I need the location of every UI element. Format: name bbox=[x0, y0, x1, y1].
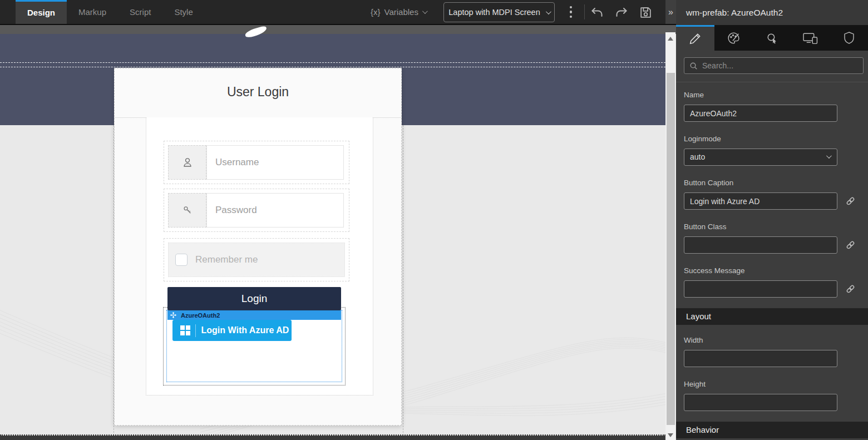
prefab-selection-bar[interactable]: AzureOAuth2 bbox=[167, 310, 341, 320]
tab-markup[interactable]: Markup bbox=[67, 0, 118, 24]
variables-label: Variables bbox=[384, 7, 418, 17]
button-caption-label: Button Caption bbox=[684, 179, 860, 187]
link-icon[interactable] bbox=[846, 284, 855, 294]
canvas-top-strip bbox=[0, 25, 676, 34]
tab-devices[interactable] bbox=[791, 25, 830, 51]
prefab-selection-label: AzureOAuth2 bbox=[181, 312, 220, 319]
button-caption-field[interactable] bbox=[684, 192, 837, 210]
login-button[interactable]: Login bbox=[167, 287, 341, 310]
link-icon[interactable] bbox=[846, 196, 855, 206]
property-search[interactable] bbox=[684, 57, 864, 74]
height-label: Height bbox=[684, 380, 860, 388]
loginmode-select[interactable]: auto bbox=[684, 149, 837, 166]
remember-me-group: Remember me bbox=[164, 238, 349, 281]
username-input[interactable] bbox=[206, 145, 344, 180]
scroll-up-icon[interactable] bbox=[668, 37, 673, 41]
tab-security[interactable] bbox=[830, 25, 868, 51]
loginmode-label: Loginmode bbox=[684, 135, 860, 143]
remember-me-checkbox[interactable] bbox=[175, 254, 188, 266]
behavior-section-header[interactable]: Behavior bbox=[676, 422, 868, 438]
remember-me-box: Remember me bbox=[168, 243, 345, 277]
selection-outline-top bbox=[0, 62, 665, 63]
layout-section-header[interactable]: Layout bbox=[676, 308, 868, 325]
button-divider bbox=[195, 324, 196, 337]
user-icon bbox=[168, 145, 206, 180]
scroll-down-icon[interactable] bbox=[668, 433, 673, 437]
tab-style[interactable]: Style bbox=[162, 0, 204, 24]
variables-menu[interactable]: {x} Variables bbox=[371, 0, 426, 24]
height-field[interactable] bbox=[684, 394, 837, 411]
design-canvas: User Login Remember me bbox=[0, 25, 676, 440]
palette-icon bbox=[727, 31, 741, 45]
properties-panel: wm-prefab: AzureOAuth2 Name Loginmode au… bbox=[676, 0, 868, 440]
login-form-panel[interactable]: Remember me Login AzureOAuth2 Login With… bbox=[146, 117, 373, 395]
top-toolbar: Design Markup Script Style {x} Variables… bbox=[0, 0, 676, 25]
search-input[interactable] bbox=[702, 61, 858, 70]
redo-icon[interactable] bbox=[613, 4, 630, 20]
remember-me-label: Remember me bbox=[195, 254, 258, 265]
loginmode-value: auto bbox=[690, 152, 705, 161]
device-selector-label: Laptop with MDPI Screen bbox=[448, 8, 540, 17]
name-field[interactable] bbox=[684, 105, 837, 122]
tab-script[interactable]: Script bbox=[118, 0, 162, 24]
azure-login-button[interactable]: Login With Azure AD bbox=[172, 320, 292, 341]
panel-body: Name Loginmode auto Button Caption Butto… bbox=[676, 57, 868, 438]
success-message-field[interactable] bbox=[684, 280, 837, 298]
key-icon bbox=[168, 193, 206, 228]
undo-icon[interactable] bbox=[589, 4, 605, 20]
chevron-down-icon bbox=[546, 9, 551, 14]
collapse-panel-icon[interactable]: » bbox=[665, 0, 676, 24]
azure-button-label: Login With Azure AD bbox=[201, 325, 289, 335]
tab-styles[interactable] bbox=[714, 25, 753, 51]
page-title: User Login bbox=[115, 68, 401, 100]
name-label: Name bbox=[684, 91, 860, 99]
variables-brace-icon: {x} bbox=[371, 7, 381, 17]
windows-icon bbox=[180, 325, 190, 335]
toolbar-divider bbox=[584, 4, 585, 19]
layout-guide-right bbox=[403, 125, 403, 436]
username-form-group[interactable] bbox=[164, 141, 349, 184]
tab-events[interactable] bbox=[753, 25, 791, 51]
link-icon[interactable] bbox=[846, 240, 855, 250]
chevron-down-icon bbox=[826, 153, 832, 159]
inspect-icon bbox=[765, 31, 779, 45]
login-card[interactable]: User Login Remember me bbox=[114, 68, 402, 426]
selection-outline-inner bbox=[0, 67, 665, 67]
password-input[interactable] bbox=[206, 193, 344, 228]
button-class-field[interactable] bbox=[684, 236, 837, 254]
success-message-label: Success Message bbox=[684, 266, 860, 275]
move-icon[interactable] bbox=[170, 312, 176, 318]
width-label: Width bbox=[684, 336, 860, 344]
canvas-scrollbar[interactable] bbox=[665, 32, 675, 440]
panel-tabs bbox=[676, 25, 868, 51]
save-icon[interactable] bbox=[637, 4, 654, 20]
devices-icon bbox=[803, 32, 818, 45]
password-form-group[interactable] bbox=[164, 189, 349, 232]
device-selector[interactable]: Laptop with MDPI Screen bbox=[443, 2, 555, 22]
width-field[interactable] bbox=[684, 350, 837, 367]
shield-icon bbox=[843, 31, 855, 45]
button-class-label: Button Class bbox=[684, 223, 860, 231]
tab-design[interactable]: Design bbox=[16, 0, 67, 24]
tab-properties[interactable] bbox=[676, 25, 714, 51]
more-options-kebab-icon[interactable] bbox=[565, 0, 576, 24]
canvas-bottom-bar bbox=[0, 436, 665, 440]
panel-title: wm-prefab: AzureOAuth2 bbox=[676, 0, 868, 25]
scrollbar-thumb[interactable] bbox=[667, 73, 675, 425]
panel-divider bbox=[676, 82, 868, 82]
search-icon bbox=[689, 62, 698, 70]
pencil-icon bbox=[689, 32, 702, 45]
